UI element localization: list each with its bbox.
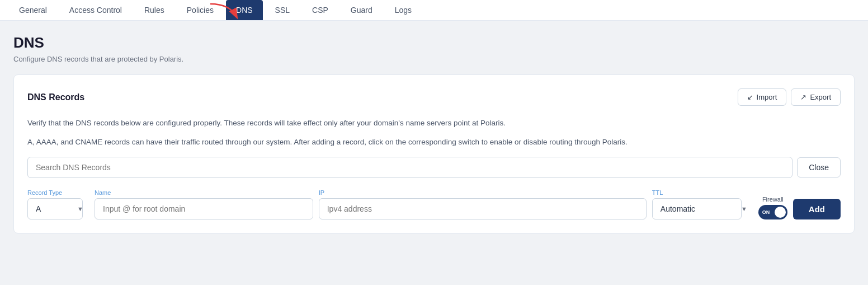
export-button[interactable]: ↗ Export [791, 88, 841, 106]
toggle-track[interactable]: ON [758, 205, 787, 219]
record-type-select[interactable]: A AAAA CNAME MX TXT NS [27, 198, 83, 219]
import-button[interactable]: ↙ Import [738, 88, 787, 106]
toggle-on-text: ON [762, 209, 770, 215]
info-text-1: Verify that the DNS records below are co… [27, 117, 841, 129]
page-content: DNS Configure DNS records that are prote… [0, 21, 868, 233]
toggle-thumb [775, 207, 786, 218]
card-actions: ↙ Import ↗ Export [738, 88, 841, 106]
tab-logs[interactable]: Logs [385, 0, 422, 20]
record-type-group: Record Type A AAAA CNAME MX TXT NS ▼ [27, 189, 89, 219]
export-icon: ↗ [800, 93, 806, 101]
tab-guard[interactable]: Guard [341, 0, 383, 20]
ttl-group: TTL Automatic 1 min 5 min 30 min 1 hour … [652, 189, 753, 219]
tab-ssl[interactable]: SSL [265, 0, 300, 20]
add-record-button[interactable]: Add [793, 199, 841, 219]
firewall-toggle[interactable]: ON [758, 205, 787, 219]
firewall-label: Firewall [762, 196, 784, 203]
page-subtitle: Configure DNS records that are protected… [13, 55, 855, 63]
tab-policies[interactable]: Policies [177, 0, 224, 20]
name-input[interactable] [95, 198, 313, 219]
tab-csp[interactable]: CSP [302, 0, 338, 20]
close-button[interactable]: Close [797, 157, 841, 177]
import-icon: ↙ [747, 93, 753, 101]
ttl-label: TTL [652, 189, 753, 196]
ip-group: IP [319, 189, 647, 219]
page-title: DNS [13, 34, 855, 52]
ttl-chevron-down-icon: ▼ [741, 205, 747, 212]
import-label: Import [757, 93, 777, 101]
record-type-label: Record Type [27, 189, 89, 196]
search-row: Close [27, 157, 841, 178]
ttl-select[interactable]: Automatic 1 min 5 min 30 min 1 hour [652, 198, 742, 219]
dns-records-card: DNS Records ↙ Import ↗ Export Verify tha… [13, 74, 855, 233]
record-type-select-wrapper: A AAAA CNAME MX TXT NS ▼ [27, 198, 89, 219]
tab-bar: General Access Control Rules Policies DN… [0, 0, 868, 21]
firewall-group: Firewall ON [758, 196, 787, 219]
card-title: DNS Records [27, 92, 84, 102]
ip-input[interactable] [319, 198, 647, 219]
ttl-select-wrapper: Automatic 1 min 5 min 30 min 1 hour ▼ [652, 198, 753, 219]
tab-dns[interactable]: DNS [226, 0, 263, 20]
tab-general[interactable]: General [9, 0, 57, 20]
search-input[interactable] [27, 157, 792, 178]
export-label: Export [810, 93, 831, 101]
tab-access-control[interactable]: Access Control [59, 0, 132, 20]
tab-rules[interactable]: Rules [134, 0, 174, 20]
name-group: Name [95, 189, 313, 219]
ip-label: IP [319, 189, 647, 196]
info-text-2: A, AAAA, and CNAME records can have thei… [27, 136, 841, 148]
card-header: DNS Records ↙ Import ↗ Export [27, 88, 841, 106]
add-record-form: Record Type A AAAA CNAME MX TXT NS ▼ Nam… [27, 189, 841, 219]
name-label: Name [95, 189, 313, 196]
